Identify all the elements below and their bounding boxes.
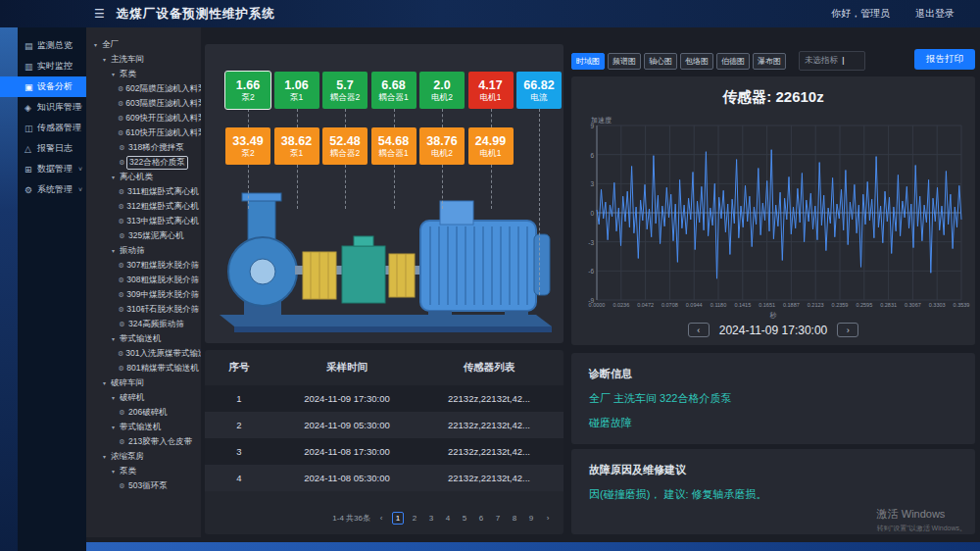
sidebar-item-实时监控[interactable]: ▥实时监控 (18, 56, 86, 76)
tree-node[interactable]: ⚙602隔膜压滤机入料泵 (86, 81, 201, 96)
tree-node[interactable]: ⚙301入洗原煤带式输送机 (86, 346, 201, 361)
sidebar-item-数据管理[interactable]: ⊞数据管理˅ (18, 159, 86, 179)
tab-包络图[interactable]: 包络图 (680, 53, 713, 70)
y-axis-tick: 0 (590, 210, 597, 217)
pagination-summary: 1-4 共36条 (332, 513, 370, 524)
tree-node[interactable]: ▾离心机类 (86, 170, 201, 184)
tree-node[interactable]: ⚙313中煤卧式离心机 (86, 214, 201, 228)
gauge-value: 6.68 (381, 78, 405, 92)
pagination-page-4[interactable]: 4 (442, 512, 454, 525)
tree-node-label: 310矸石脱水脱介筛 (124, 304, 201, 316)
tree-node[interactable]: ▾振动筛 (86, 243, 201, 258)
tree-node[interactable]: ▾带式输送机 (86, 420, 201, 434)
pagination-page-9[interactable]: 9 (525, 512, 537, 525)
gauge-电机2-bottom[interactable]: 38.76电机2 (419, 127, 465, 165)
tab-瀑布图[interactable]: 瀑布图 (753, 53, 786, 70)
tree-node[interactable]: ⚙310矸石脱水脱介筛 (86, 302, 201, 317)
sidebar-item-监测总览[interactable]: ▤监测总览 (18, 35, 86, 56)
tree-expand-icon[interactable]: ▾ (109, 394, 118, 401)
alarm-log-icon: △ (24, 144, 37, 154)
tree-expand-icon[interactable]: ▾ (100, 453, 109, 460)
tree-expand-icon[interactable]: ▾ (109, 174, 118, 180)
sensor-chart-card: 传感器: 22610z 加速度 9630-3-6-9 0.00000.02360… (571, 76, 975, 345)
gauge-耦合器2-top[interactable]: 5.7耦合器2 (322, 72, 368, 109)
indicator-select-input[interactable]: 未选指标 I (799, 51, 865, 71)
hamburger-menu-icon[interactable]: ☰ (94, 7, 105, 21)
tree-node[interactable]: ▾浓缩泵房 (86, 449, 201, 464)
tree-node[interactable]: ⚙322合格介质泵 (86, 155, 201, 170)
gauge-耦合器1-top[interactable]: 6.68耦合器1 (371, 72, 416, 109)
sensor-title: 传感器: 22610z (571, 88, 975, 107)
gauge-电机2-top[interactable]: 2.0电机2 (419, 72, 465, 109)
tab-伯德图[interactable]: 伯德图 (716, 53, 750, 70)
gauge-耦合器1-bottom[interactable]: 54.68耦合器1 (371, 127, 416, 165)
tree-node[interactable]: ⚙309中煤脱水脱介筛 (86, 287, 201, 302)
tree-node[interactable]: ▾主洗车间 (86, 52, 201, 67)
gauge-电流-top[interactable]: 66.82电流 (516, 72, 562, 109)
tree-node[interactable]: ⚙609快开压滤机入料泵 (86, 111, 201, 125)
sidebar-item-传感器管理[interactable]: ◫传感器管理 (18, 118, 86, 138)
tree-node[interactable]: ▾带式输送机 (86, 331, 201, 346)
tree-node[interactable]: ▾泵类 (86, 67, 201, 81)
x-axis-ticks: 0.00000.02360.04720.07080.09440.11800.14… (597, 302, 961, 310)
tree-expand-icon[interactable]: ▾ (109, 335, 118, 342)
tree-expand-icon[interactable]: ▾ (109, 247, 118, 254)
pagination-page-8[interactable]: 8 (509, 512, 520, 525)
tab-轴心图[interactable]: 轴心图 (644, 53, 677, 70)
tree-node[interactable]: ▾全厂 (86, 37, 201, 52)
pagination-next-button[interactable]: › (542, 512, 554, 525)
next-sample-button[interactable]: › (837, 323, 858, 337)
tree-expand-icon[interactable]: ▾ (109, 468, 118, 475)
tree-node[interactable]: ⚙307粗煤脱水脱介筛 (86, 258, 201, 273)
table-row[interactable]: 42024-11-08 05:30:0022132z,22132t,42... (205, 465, 564, 491)
pagination-page-7[interactable]: 7 (492, 512, 504, 525)
tree-node[interactable]: ▾破碎机 (86, 390, 201, 405)
sidebar-item-报警日志[interactable]: △报警日志 (18, 138, 86, 159)
tree-node[interactable]: ⚙603隔膜压滤机入料泵 (86, 96, 201, 111)
tree-node[interactable]: ⚙503循环泵 (86, 478, 201, 493)
gauge-泵1-top[interactable]: 1.06泵1 (274, 72, 319, 109)
gauge-电机1-bottom[interactable]: 24.99电机1 (468, 127, 514, 165)
pagination-page-5[interactable]: 5 (459, 512, 470, 525)
tree-node[interactable]: ▾泵类 (86, 464, 201, 478)
user-greeting[interactable]: 你好，管理员 (831, 7, 890, 21)
gauge-电机1-top[interactable]: 4.17电机1 (468, 72, 514, 109)
gauge-泵2-bottom[interactable]: 33.49泵2 (225, 127, 270, 165)
table-row[interactable]: 32024-11-08 17:30:0022132z,22132t,42... (205, 438, 564, 465)
table-row[interactable]: 12024-11-09 17:30:0022132z,22132t,42... (205, 385, 564, 412)
tree-node[interactable]: ▾破碎车间 (86, 376, 201, 390)
gauge-connector-line (345, 109, 346, 127)
tree-expand-icon[interactable]: ▾ (91, 41, 100, 48)
tree-node[interactable]: ⚙318稀介搅拌泵 (86, 140, 201, 155)
tree-node[interactable]: ⚙311粗煤卧式离心机 (86, 184, 201, 199)
gauge-泵1-bottom[interactable]: 38.62泵1 (274, 127, 319, 165)
tree-node[interactable]: ⚙206破碎机 (86, 405, 201, 420)
tree-expand-icon[interactable]: ▾ (100, 379, 109, 386)
gauge-耦合器2-bottom[interactable]: 52.48耦合器2 (322, 127, 368, 165)
tree-node[interactable]: ⚙324高频振动筛 (86, 317, 201, 331)
table-row[interactable]: 22024-11-09 05:30:0022132z,22132t,42... (205, 412, 564, 438)
sidebar-item-系统管理[interactable]: ⚙系统管理˅ (18, 179, 86, 200)
pagination-page-3[interactable]: 3 (425, 512, 437, 525)
tree-expand-icon[interactable]: ▾ (109, 424, 118, 430)
tree-node[interactable]: ⚙325煤泥离心机 (86, 228, 201, 243)
tree-node[interactable]: ⚙610快开压滤机入料泵 (86, 125, 201, 140)
gauge-泵2-top[interactable]: 1.66泵2 (225, 72, 270, 109)
prev-sample-button[interactable]: ‹ (688, 323, 710, 337)
tree-node[interactable]: ⚙213胶带入仓皮带 (86, 434, 201, 449)
pagination-page-6[interactable]: 6 (475, 512, 487, 525)
pagination-page-1[interactable]: 1 (392, 512, 404, 525)
tree-expand-icon[interactable]: ▾ (100, 56, 109, 63)
logout-link[interactable]: 退出登录 (915, 7, 955, 21)
print-report-button[interactable]: 报告打印 (914, 49, 975, 70)
sidebar-item-设备分析[interactable]: ▣设备分析 (0, 76, 86, 97)
pagination-page-2[interactable]: 2 (409, 512, 420, 525)
tab-频谱图[interactable]: 频谱图 (608, 53, 641, 70)
pagination-prev-button[interactable]: ‹ (375, 512, 387, 525)
tree-node[interactable]: ⚙801精煤带式输送机 (86, 361, 201, 376)
sidebar-item-知识库管理[interactable]: ◈知识库管理˅ (18, 97, 86, 118)
tree-node[interactable]: ⚙308粗煤脱水脱介筛 (86, 273, 201, 287)
tree-node[interactable]: ⚙312粗煤卧式离心机 (86, 199, 201, 214)
tab-时域图[interactable]: 时域图 (571, 53, 605, 70)
tree-expand-icon[interactable]: ▾ (109, 71, 118, 77)
